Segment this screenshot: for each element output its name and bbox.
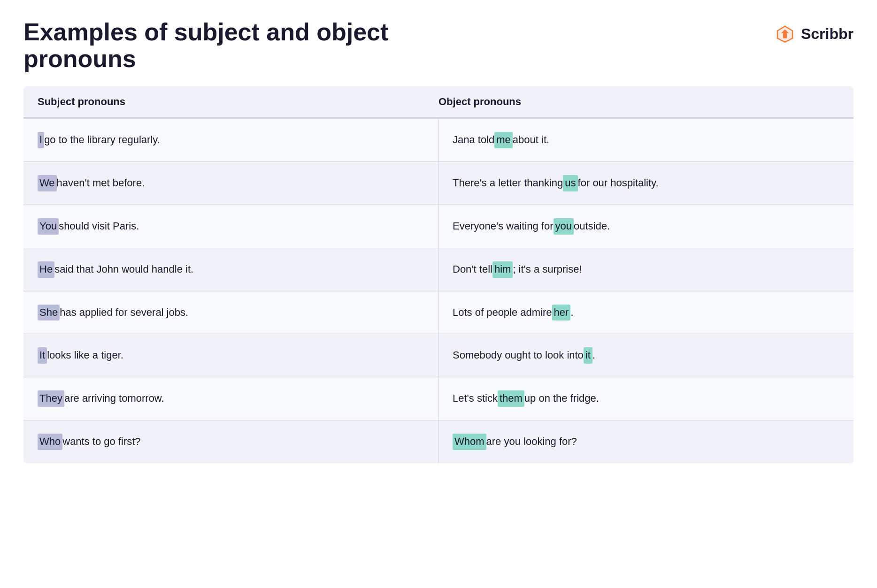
scribbr-logo-icon [774, 23, 796, 45]
cell-text: about it. [513, 133, 549, 147]
table-header: Subject pronouns Object pronouns [23, 86, 854, 118]
object-pronoun-highlight: him [492, 261, 513, 278]
cell-text: said that John would handle it. [54, 262, 193, 277]
object-cell-0: Jana told me about it. [438, 119, 854, 161]
subject-cell-6: They are arriving tomorrow. [23, 377, 438, 420]
col-header-subject: Subject pronouns [38, 96, 438, 108]
table-row: Who wants to go first?Whom are you looki… [23, 420, 854, 463]
cell-text: Jana told [453, 133, 494, 147]
table-row: I go to the library regularly.Jana told … [23, 118, 854, 161]
subject-cell-5: It looks like a tiger. [23, 334, 438, 377]
cell-text: Lots of people admire [453, 305, 552, 320]
subject-cell-3: He said that John would handle it. [23, 248, 438, 291]
object-cell-7: Whom are you looking for? [438, 420, 854, 463]
subject-pronoun-highlight: He [38, 261, 54, 278]
cell-text: has applied for several jobs. [60, 305, 188, 320]
table-row: You should visit Paris.Everyone's waitin… [23, 205, 854, 248]
subject-cell-2: You should visit Paris. [23, 205, 438, 248]
subject-pronoun-highlight: Who [38, 434, 62, 450]
object-cell-1: There's a letter thanking us for our hos… [438, 162, 854, 205]
cell-text: for our hospitality. [578, 176, 659, 191]
cell-text: haven't met before. [57, 176, 145, 191]
object-cell-4: Lots of people admire her. [438, 291, 854, 334]
cell-text: Somebody ought to look into [453, 348, 584, 363]
subject-pronoun-highlight: I [38, 132, 44, 148]
object-pronoun-highlight: Whom [453, 434, 486, 450]
cell-text: ; it's a surprise! [513, 262, 582, 277]
object-cell-3: Don't tell him; it's a surprise! [438, 248, 854, 291]
col-header-object: Object pronouns [438, 96, 839, 108]
table-row: He said that John would handle it.Don't … [23, 248, 854, 291]
cell-text: are arriving tomorrow. [64, 391, 164, 406]
cell-text: . [570, 305, 573, 320]
subject-pronoun-highlight: They [38, 390, 64, 407]
subject-pronoun-highlight: She [38, 305, 60, 321]
object-cell-6: Let's stick them up on the fridge. [438, 377, 854, 420]
object-pronoun-highlight: it [584, 347, 592, 364]
object-pronoun-highlight: her [552, 305, 571, 321]
cell-text: go to the library regularly. [44, 133, 160, 147]
cell-text: should visit Paris. [59, 219, 139, 234]
cell-text: are you looking for? [486, 435, 577, 449]
table-body: I go to the library regularly.Jana told … [23, 118, 854, 463]
cell-text: Everyone's waiting for [453, 219, 554, 234]
table-row: We haven't met before.There's a letter t… [23, 161, 854, 205]
subject-cell-0: I go to the library regularly. [23, 119, 438, 161]
object-cell-2: Everyone's waiting for you outside. [438, 205, 854, 248]
cell-text: There's a letter thanking [453, 176, 563, 191]
pronouns-table: Subject pronouns Object pronouns I go to… [23, 86, 854, 463]
cell-text: wants to go first? [62, 435, 140, 449]
cell-text: Let's stick [453, 391, 498, 406]
object-pronoun-highlight: them [498, 390, 524, 407]
table-row: They are arriving tomorrow.Let's stick t… [23, 377, 854, 420]
object-pronoun-highlight: us [563, 175, 577, 191]
subject-pronoun-highlight: You [38, 218, 59, 235]
subject-pronoun-highlight: We [38, 175, 57, 191]
subject-cell-1: We haven't met before. [23, 162, 438, 205]
page-header: Examples of subject and object pronouns … [23, 19, 854, 72]
cell-text: outside. [574, 219, 610, 234]
logo-text: Scribbr [801, 25, 854, 43]
cell-text: Don't tell [453, 262, 492, 277]
subject-pronoun-highlight: It [38, 347, 47, 364]
object-pronoun-highlight: me [494, 132, 513, 148]
page-title: Examples of subject and object pronouns [23, 19, 446, 72]
logo: Scribbr [774, 23, 854, 45]
table-row: She has applied for several jobs.Lots of… [23, 291, 854, 334]
object-pronoun-highlight: you [554, 218, 574, 235]
subject-cell-7: Who wants to go first? [23, 420, 438, 463]
cell-text: up on the fridge. [524, 391, 599, 406]
cell-text: . [592, 348, 595, 363]
table-row: It looks like a tiger.Somebody ought to … [23, 334, 854, 377]
cell-text: looks like a tiger. [47, 348, 123, 363]
subject-cell-4: She has applied for several jobs. [23, 291, 438, 334]
object-cell-5: Somebody ought to look into it. [438, 334, 854, 377]
